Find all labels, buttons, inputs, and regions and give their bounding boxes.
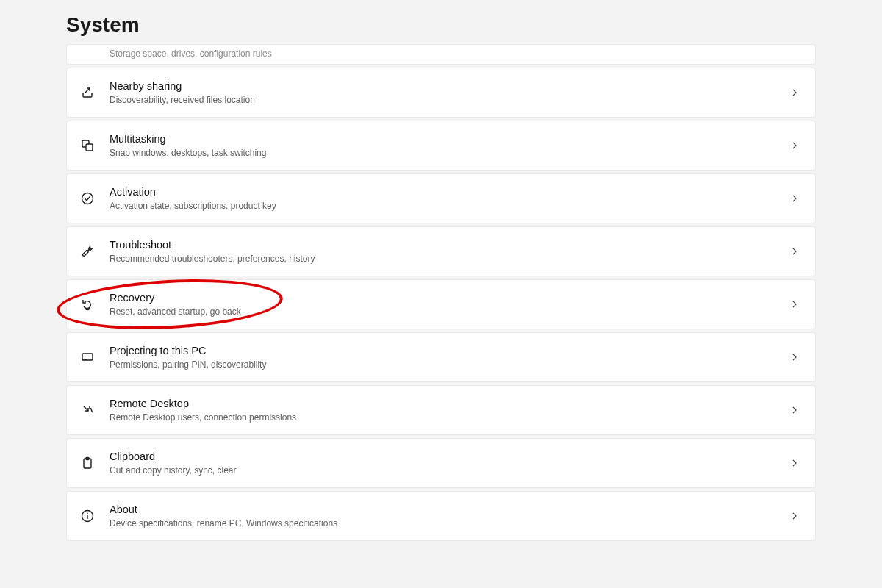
item-title: Multitasking [110, 132, 787, 147]
remote-desktop-icon [80, 403, 95, 417]
page-title: System [66, 13, 816, 37]
chevron-right-icon [787, 138, 802, 153]
chevron-right-icon [787, 244, 802, 259]
settings-item-troubleshoot[interactable]: Troubleshoot Recommended troubleshooters… [66, 226, 816, 276]
chevron-right-icon [787, 509, 802, 523]
chevron-right-icon [787, 297, 802, 312]
item-title: Troubleshoot [110, 238, 787, 253]
item-desc: Activation state, subscriptions, product… [110, 200, 787, 212]
chevron-right-icon [787, 403, 802, 417]
item-desc: Recommended troubleshooters, preferences… [110, 253, 787, 265]
storage-icon [80, 45, 95, 60]
item-desc: Remote Desktop users, connection permiss… [110, 412, 787, 423]
svg-rect-1 [86, 144, 93, 151]
item-title: Clipboard [110, 450, 787, 465]
settings-item-clipboard[interactable]: Clipboard Cut and copy history, sync, cl… [66, 438, 816, 488]
settings-item-activation[interactable]: Activation Activation state, subscriptio… [66, 173, 816, 223]
item-title: Activation [110, 185, 787, 200]
settings-item-about[interactable]: About Device specifications, rename PC, … [66, 491, 816, 541]
chevron-right-icon [787, 456, 802, 470]
settings-item-nearby-sharing[interactable]: Nearby sharing Discoverability, received… [66, 68, 816, 118]
item-desc: Permissions, pairing PIN, discoverabilit… [110, 359, 787, 370]
item-desc: Discoverability, received files location [110, 94, 787, 106]
settings-item-storage[interactable]: Storage space, drives, configuration rul… [66, 44, 816, 65]
item-title: Remote Desktop [110, 397, 787, 412]
share-icon [80, 85, 95, 100]
svg-point-2 [82, 193, 93, 204]
svg-point-7 [87, 513, 88, 514]
settings-item-recovery[interactable]: Recovery Reset, advanced startup, go bac… [66, 279, 816, 329]
chevron-right-icon [787, 350, 802, 365]
item-title: Recovery [110, 291, 787, 306]
settings-item-projecting[interactable]: Projecting to this PC Permissions, pairi… [66, 332, 816, 382]
chevron-right-icon [787, 85, 802, 100]
settings-item-remote-desktop[interactable]: Remote Desktop Remote Desktop users, con… [66, 385, 816, 435]
item-title: Projecting to this PC [110, 344, 787, 359]
recovery-icon [80, 297, 95, 312]
settings-item-multitasking[interactable]: Multitasking Snap windows, desktops, tas… [66, 121, 816, 171]
item-desc: Storage space, drives, configuration rul… [110, 48, 802, 60]
multitasking-icon [80, 138, 95, 153]
item-desc: Reset, advanced startup, go back [110, 306, 787, 318]
item-desc: Device specifications, rename PC, Window… [110, 517, 787, 529]
wrench-icon [80, 244, 95, 259]
chevron-right-icon [787, 191, 802, 206]
clipboard-icon [80, 456, 95, 470]
item-desc: Snap windows, desktops, task switching [110, 147, 787, 159]
item-title: About [110, 503, 787, 517]
info-icon [80, 509, 95, 523]
item-title: Nearby sharing [110, 79, 787, 94]
checkmark-circle-icon [80, 191, 95, 206]
projecting-icon [80, 350, 95, 365]
item-desc: Cut and copy history, sync, clear [110, 465, 787, 476]
settings-list: Storage space, drives, configuration rul… [66, 44, 816, 541]
